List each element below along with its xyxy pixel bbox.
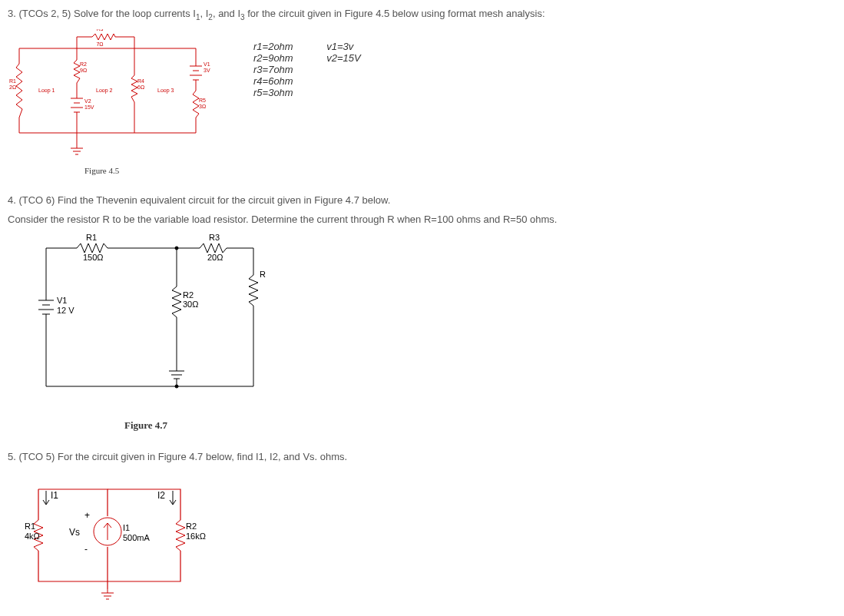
figure-4-5: R1 2Ω R2 9Ω R3 7Ω R4 6Ω R5 3Ω V1 3V V2 1… (8, 29, 223, 175)
svg-text:R4: R4 (137, 78, 144, 84)
svg-text:R2: R2 (183, 290, 194, 300)
svg-text:150Ω: 150Ω (83, 253, 104, 262)
svg-text:I2: I2 (157, 490, 165, 501)
figure-4-7-a-caption: Figure 4.7 (23, 419, 269, 432)
figure-4-7-b: I1 I2 R1 4kΩ R2 16kΩ Vs + - I1 500mA Fig… (15, 482, 223, 616)
svg-text:500mA: 500mA (123, 533, 151, 542)
q3-suffix: for the circuit given in Figure 4.5 belo… (245, 8, 545, 19)
svg-text:16kΩ: 16kΩ (186, 532, 206, 541)
svg-text:Vs: Vs (69, 527, 80, 538)
svg-text:30Ω: 30Ω (183, 300, 198, 309)
svg-text:12 V: 12 V (57, 306, 74, 315)
svg-text:R2: R2 (80, 61, 87, 67)
svg-text:2Ω: 2Ω (9, 84, 16, 90)
svg-text:+: + (84, 510, 90, 521)
question-4-line1: 4. (TCO 6) Find the Thevenin equivalent … (8, 194, 836, 206)
svg-text:V1: V1 (204, 61, 210, 67)
svg-text:3Ω: 3Ω (199, 104, 206, 109)
svg-text:9Ω: 9Ω (80, 68, 87, 73)
question-5-text: 5. (TCO 5) For the circuit given in Figu… (8, 451, 836, 462)
param-r5: r5=3ohm (253, 87, 293, 98)
svg-text:20Ω: 20Ω (207, 253, 223, 262)
svg-text:Loop 3: Loop 3 (157, 88, 174, 94)
figure-4-5-caption: Figure 4.5 (84, 166, 223, 175)
param-v2: v2=15V (326, 52, 360, 64)
svg-text:Loop 2: Loop 2 (96, 88, 113, 94)
svg-text:15V: 15V (84, 104, 94, 110)
svg-point-33 (175, 247, 178, 250)
q3-prefix: 3. (TCOs 2, 5) Solve for the loop curren… (8, 8, 196, 19)
svg-text:4kΩ: 4kΩ (25, 532, 40, 541)
svg-text:V2: V2 (84, 98, 91, 104)
question-5: 5. (TCO 5) For the circuit given in Figu… (8, 451, 836, 616)
param-v1: v1=3v (326, 41, 360, 52)
svg-text:R5: R5 (199, 98, 206, 103)
svg-text:R2: R2 (186, 522, 197, 531)
question-4: 4. (TCO 6) Find the Thevenin equivalent … (8, 194, 836, 432)
q3-mid2: , and I (213, 8, 240, 19)
question-4-line2: Consider the resistor R to be the variab… (8, 214, 836, 225)
question-3-text: 3. (TCOs 2, 5) Solve for the loop curren… (8, 8, 836, 22)
svg-text:R: R (260, 270, 266, 279)
svg-text:R3: R3 (97, 29, 104, 31)
param-r3: r3=7ohm (253, 64, 293, 75)
svg-text:R1: R1 (86, 233, 97, 242)
svg-text:R1: R1 (9, 78, 16, 84)
question-3: 3. (TCOs 2, 5) Solve for the loop curren… (8, 8, 836, 175)
figure-4-7-a: R1 150Ω R3 20Ω R2 30Ω R V1 12 V Figure 4… (23, 233, 269, 432)
svg-text:7Ω: 7Ω (96, 41, 103, 47)
svg-text:R3: R3 (209, 233, 220, 242)
svg-text:I1: I1 (51, 490, 58, 501)
q3-params: r1=2ohm r2=9ohm r3=7ohm r4=6ohm r5=3ohm … (253, 41, 392, 98)
svg-text:V1: V1 (57, 296, 67, 305)
svg-text:6Ω: 6Ω (137, 84, 144, 90)
svg-text:R1: R1 (25, 522, 35, 531)
svg-text:-: - (84, 544, 88, 555)
param-r4: r4=6ohm (253, 75, 293, 87)
svg-text:3V: 3V (204, 68, 210, 73)
param-r2: r2=9ohm (253, 52, 293, 64)
q3-mid1: , I (200, 8, 209, 19)
param-r1: r1=2ohm (253, 41, 293, 52)
svg-text:I1: I1 (123, 523, 130, 532)
svg-text:Loop 1: Loop 1 (38, 88, 55, 94)
